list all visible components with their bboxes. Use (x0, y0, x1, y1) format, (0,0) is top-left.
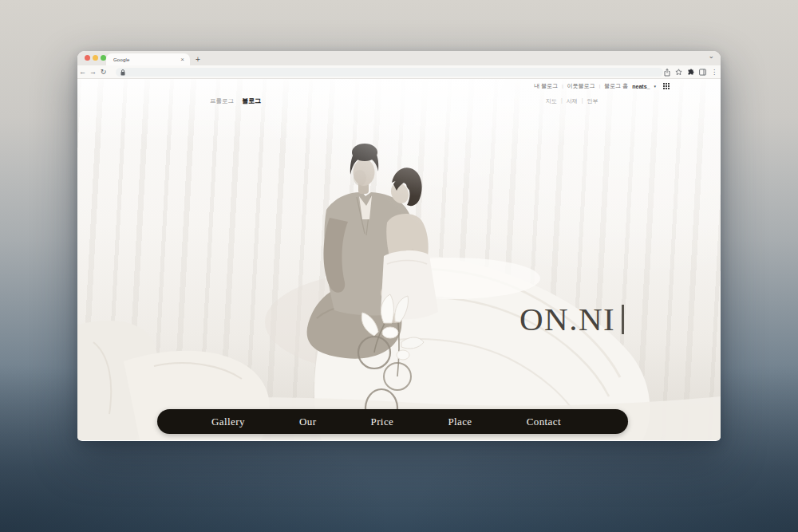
nav-contact[interactable]: Contact (527, 416, 561, 428)
apps-grid-icon[interactable] (663, 83, 670, 89)
wedding-photo (77, 79, 721, 440)
reload-button[interactable]: ↻ (98, 65, 109, 79)
browser-window: Google × + ⌄ ← → ↻ (77, 51, 721, 441)
tab-close-icon[interactable]: × (180, 57, 190, 63)
divider: | (599, 84, 601, 89)
lock-icon (120, 69, 125, 76)
blog-side-links: 지도 | 서재 | 안부 (546, 97, 598, 105)
back-button[interactable]: ← (77, 65, 88, 79)
my-blog-link[interactable]: 내 블로그 (534, 82, 558, 90)
divider: | (582, 97, 583, 105)
library-link[interactable]: 서재 (567, 97, 578, 105)
tab-strip: Google × + ⌄ (77, 51, 721, 65)
zoom-window-button[interactable] (101, 55, 106, 61)
tab-title: Google (106, 57, 180, 62)
tab-prologue[interactable]: 프롤로그 (210, 97, 234, 105)
naver-service-bar: 내 블로그 | 이웃블로그 | 블로그 홈 neats_ ▾ (534, 82, 670, 90)
nav-gallery[interactable]: Gallery (211, 416, 245, 428)
desktop-background: Google × + ⌄ ← → ↻ (0, 0, 798, 532)
neighbor-blog-link[interactable]: 이웃블로그 (567, 82, 595, 90)
blog-tabs: 프롤로그 블로그 (210, 97, 261, 105)
browser-tab[interactable]: Google × (106, 53, 190, 65)
share-icon[interactable] (664, 69, 670, 77)
chevron-down-icon[interactable]: ▾ (654, 84, 656, 89)
browser-menu-icon[interactable]: ⋮ (711, 69, 717, 76)
blog-home-link[interactable]: 블로그 홈 (604, 82, 628, 90)
site-pill-nav: Gallery Our Price Place Contact (157, 409, 628, 434)
nav-place[interactable]: Place (448, 416, 472, 428)
divider: | (561, 97, 563, 105)
nav-price[interactable]: Price (371, 416, 394, 428)
studio-logo: ON.NI (519, 303, 624, 336)
forward-button[interactable]: → (88, 65, 98, 79)
map-link[interactable]: 지도 (546, 97, 557, 105)
browser-toolbar: ← → ↻ (77, 65, 721, 79)
logo-cursor-bar (622, 305, 624, 334)
guestbook-link[interactable]: 안부 (587, 97, 598, 105)
tab-blog-active[interactable]: 블로그 (242, 97, 261, 105)
side-panel-icon[interactable] (699, 69, 706, 76)
close-window-button[interactable] (85, 55, 90, 61)
divider: | (562, 84, 563, 89)
address-bar[interactable] (116, 68, 663, 77)
minimize-window-button[interactable] (93, 55, 98, 61)
new-tab-button[interactable]: + (196, 53, 200, 65)
toolbar-right-icons: ⋮ (664, 65, 717, 79)
bookmark-star-icon[interactable] (675, 69, 682, 76)
window-controls (85, 55, 106, 61)
logo-text: ON.NI (519, 303, 615, 336)
username-menu[interactable]: neats_ (632, 84, 650, 89)
extensions-puzzle-icon[interactable] (687, 69, 694, 76)
blog-page: 내 블로그 | 이웃블로그 | 블로그 홈 neats_ ▾ 프롤로그 블로그 … (77, 79, 721, 440)
tab-search-chevron-icon[interactable]: ⌄ (708, 52, 714, 60)
nav-our[interactable]: Our (299, 416, 316, 428)
